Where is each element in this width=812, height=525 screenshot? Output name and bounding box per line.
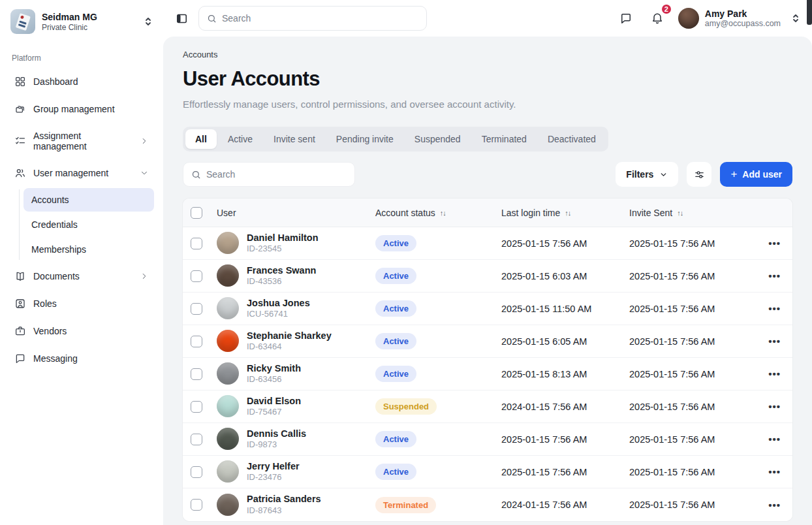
row-checkbox[interactable] [191,466,202,478]
chevron-right-icon [140,272,149,281]
last-login-time: 2024-01-15 7:56 AM [501,402,629,412]
row-checkbox[interactable] [191,499,202,511]
row-actions-button[interactable]: ••• [764,366,785,382]
user-id: ID-63464 [247,342,332,353]
sidebar-item-assignment-management[interactable]: Assignment management [9,124,154,158]
user-name: David Elson [247,395,301,407]
notification-badge: 2 [661,3,672,15]
last-login-time: 2025-01-15 7:56 AM [501,238,629,249]
row-actions-button[interactable]: ••• [764,235,785,251]
sort-icon[interactable]: ↑↓ [565,209,570,217]
sidebar-item-dashboard[interactable]: Dashboard [9,69,154,94]
last-login-time: 2025-01-15 7:56 AM [501,434,629,445]
last-login-time: 2025-01-15 6:05 AM [501,336,629,347]
row-actions-button[interactable]: ••• [764,431,785,447]
table-row: Joshua Jones ICU-56741 Active 2025-01-15… [183,293,792,325]
org-logo [10,9,35,34]
table-header-row: User Account status↑↓ Last login time↑↓ … [183,199,792,227]
row-actions-button[interactable]: ••• [764,300,785,317]
add-user-button[interactable]: + Add user [720,162,792,187]
sidebar-subitem-memberships[interactable]: Memberships [23,238,154,261]
sort-icon[interactable]: ↑↓ [440,209,446,217]
org-switcher-chevron-icon[interactable] [144,16,153,27]
scrollbar-thumb[interactable] [807,0,812,25]
filters-button[interactable]: Filters [616,162,678,187]
assignment-icon [14,135,26,147]
global-search-input[interactable] [222,13,418,24]
sidebar-section-label: Platform [12,54,151,63]
tab-suspended[interactable]: Suspended [405,129,471,149]
row-actions-button[interactable]: ••• [764,398,785,415]
user-menu[interactable]: Amy Park amy@occupass.com [678,8,781,29]
row-actions-button[interactable]: ••• [764,464,785,480]
table-search-input[interactable] [206,169,347,180]
tab-all[interactable]: All [185,129,217,149]
user-menu-chevron-icon[interactable] [791,13,800,24]
user-name: Amy Park [705,8,781,19]
invite-sent-time: 2025-01-15 7:56 AM [629,369,752,379]
chevron-down-icon [140,168,149,178]
column-header-last-login: Last login time↑↓ [501,208,629,218]
user-email: amy@occupass.com [705,19,781,28]
row-actions-button[interactable]: ••• [764,268,785,284]
sidebar-item-group-management[interactable]: Group management [9,97,154,121]
sidebar-item-user-management[interactable]: User management [9,161,154,185]
user-id: ID-75467 [247,407,301,418]
row-checkbox[interactable] [191,238,202,249]
user-name: Joshua Jones [247,297,310,310]
table-body: Daniel Hamilton ID-23545 Active 2025-01-… [183,227,792,521]
sidebar-item-messaging[interactable]: Messaging [9,346,154,371]
user-name: Jerry Helfer [247,460,300,473]
status-badge: Active [375,464,416,480]
user-id: ID-23545 [247,244,319,255]
invite-sent-time: 2025-01-15 7:56 AM [629,434,752,445]
sidebar-item-roles[interactable]: Roles [9,291,154,316]
sidebar-toggle-button[interactable] [171,8,192,29]
row-checkbox[interactable] [191,303,202,315]
tab-pending-invite[interactable]: Pending invite [326,129,403,149]
dashboard-icon [14,76,26,88]
sidebar-item-documents[interactable]: Documents [9,264,154,289]
row-checkbox[interactable] [191,270,202,282]
avatar [217,395,239,417]
user-name: Ricky Smith [247,362,301,375]
status-badge: Active [375,268,416,284]
avatar [217,232,239,254]
row-checkbox[interactable] [191,336,202,347]
row-checkbox[interactable] [191,434,202,445]
messaging-icon [14,353,26,364]
avatar [217,460,239,483]
sidebar-nav: Dashboard Group management Assignment ma… [9,69,154,371]
user-id: ID-87643 [247,505,321,517]
table-settings-button[interactable] [687,162,711,187]
sort-icon[interactable]: ↑↓ [677,209,683,217]
breadcrumb: Accounts [183,50,792,59]
sidebar-subitem-credentials[interactable]: Credentials [23,213,154,236]
tab-deactivated[interactable]: Deactivated [538,129,606,149]
row-actions-button[interactable]: ••• [764,497,785,513]
user-id: ID-43536 [247,276,316,287]
select-all-checkbox[interactable] [191,207,202,219]
user-name: Frances Swann [247,264,316,277]
messages-button[interactable] [616,8,636,29]
avatar [217,428,239,450]
row-checkbox[interactable] [191,401,202,413]
table-row: Patricia Sanders ID-87643 Terminated 202… [183,488,792,521]
user-name: Dennis Callis [247,428,306,440]
tab-invite-sent[interactable]: Invite sent [264,129,325,149]
avatar [217,362,239,385]
table-row: Dennis Callis ID-9873 Active 2025-01-15 … [183,423,792,456]
sidebar-subitem-accounts[interactable]: Accounts [23,188,154,212]
sidebar-item-vendors[interactable]: Vendors [9,319,154,343]
table-row: Stephanie Sharkey ID-63464 Active 2025-0… [183,325,792,358]
documents-icon [14,270,26,282]
tab-terminated[interactable]: Terminated [472,129,537,149]
tab-active[interactable]: Active [218,129,262,149]
row-actions-button[interactable]: ••• [764,333,785,349]
row-checkbox[interactable] [191,368,202,380]
invite-sent-time: 2025-01-15 7:56 AM [629,402,752,412]
invite-sent-time: 2025-01-15 7:56 AM [629,238,752,249]
column-header-user: User [217,208,375,218]
org-switcher[interactable]: Seidman MG Private Clinic [9,7,154,37]
status-badge: Active [375,431,416,447]
